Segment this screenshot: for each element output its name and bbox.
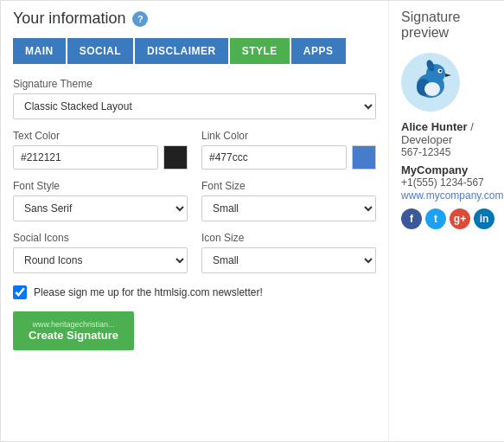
font-size-label: Font Size [201,180,376,192]
facebook-icon[interactable]: f [401,208,422,229]
icon-size-label: Icon Size [201,232,376,244]
theme-section: Signature Theme Classic Stacked Layout [13,78,376,119]
help-icon[interactable]: ? [132,11,148,27]
sig-name: Alice Hunter [401,120,468,133]
social-icons-row: f t g+ in [401,208,503,229]
create-btn-label: Create Signature [29,329,118,342]
font-size-select[interactable]: Small [201,195,376,221]
google-plus-icon[interactable]: g+ [450,208,470,229]
link-color-input[interactable] [201,145,347,170]
text-color-section: Text Color [13,130,188,170]
font-style-select[interactable]: Sans Serif [13,195,188,221]
text-color-swatch[interactable] [163,145,188,170]
theme-select[interactable]: Classic Stacked Layout [13,93,376,119]
font-style-label: Font Style [13,180,188,192]
bird-icon [408,60,453,105]
sig-phone: 567-12345 [401,146,503,158]
social-icons-section: Social Icons Round Icons [13,232,188,273]
linkedin-icon[interactable]: in [474,208,494,229]
svg-marker-4 [445,74,451,77]
font-style-section: Font Style Sans Serif [13,180,188,221]
icon-size-section: Icon Size Small [201,232,376,273]
newsletter-row: Please sign me up for the htmlsig.com ne… [13,285,376,299]
icon-size-select[interactable]: Small [201,247,376,273]
page-title: Your information [13,10,125,28]
svg-point-3 [424,82,440,96]
sig-company: MyCompany [401,163,503,176]
sig-job-title: Developer [401,133,452,146]
sig-name-row: Alice Hunter / Developer [401,120,503,146]
preview-title: Signature preview [401,10,503,41]
create-signature-button[interactable]: www.heritagechristian... Create Signatur… [13,311,134,350]
avatar [401,53,460,112]
link-color-swatch[interactable] [352,145,376,170]
preview-panel: Signature preview Ali [389,1,504,441]
tab-disclaimer[interactable]: DISCLAIMER [135,38,228,64]
tab-apps[interactable]: APPS [291,38,346,64]
create-btn-subtext: www.heritagechristian... [29,320,118,329]
svg-point-6 [439,70,441,72]
newsletter-label: Please sign me up for the htmlsig.com ne… [34,286,263,298]
link-color-section: Link Color [201,130,376,170]
sig-company-phone: +1(555) 1234-567 [401,176,503,189]
tab-bar: MAIN SOCIAL DISCLAIMER STYLE APPS [13,38,376,64]
theme-label: Signature Theme [13,78,376,90]
newsletter-checkbox[interactable] [13,285,27,299]
social-icons-label: Social Icons [13,232,188,244]
text-color-input[interactable] [13,145,158,170]
tab-style[interactable]: STYLE [230,38,290,64]
link-color-label: Link Color [201,130,376,142]
sig-website[interactable]: www.mycompany.com [401,189,503,202]
tab-main[interactable]: MAIN [13,38,66,64]
font-size-section: Font Size Small [201,180,376,221]
tab-social[interactable]: SOCIAL [67,38,133,64]
sig-title-slash: / [470,120,474,133]
text-color-label: Text Color [13,130,188,142]
twitter-icon[interactable]: t [425,208,446,229]
social-icons-select[interactable]: Round Icons [13,247,188,273]
